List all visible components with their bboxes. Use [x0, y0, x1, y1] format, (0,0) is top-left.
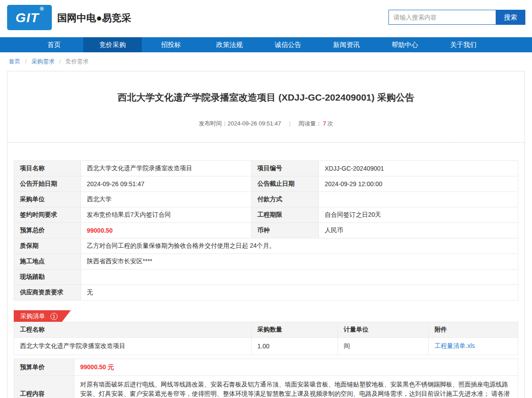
- field-label: 公告截止日期: [252, 176, 319, 192]
- publish-time-label: 发布时间：: [199, 120, 228, 127]
- views-label: 阅读量：: [299, 120, 322, 127]
- field-value: 陕西省西安市长安区****: [81, 254, 518, 269]
- column-header: 附件: [429, 322, 518, 338]
- purchase-list-label: 采购清单: [20, 312, 45, 320]
- table-row: 项目名称 西北大学文化遗产学院录播室改造项目 项目编号 XDJJ-GC-2024…: [14, 161, 518, 176]
- meta-separator: |: [289, 120, 291, 127]
- attachment-link[interactable]: 工程量清单.xls: [435, 342, 475, 349]
- purchase-list-ribbon: 采购清单 1: [14, 310, 71, 322]
- table-row: 工程内容 对原有墙面破坏后进行电线、网线等线路改装、安装石膏板及铝方通吊顶、墙面…: [14, 376, 518, 398]
- table-row: 采购单位 西北大学 付款方式: [14, 192, 518, 207]
- search-bar: 搜索: [388, 10, 525, 25]
- field-value: [81, 269, 518, 285]
- field-value: 西北大学: [81, 192, 252, 207]
- page-header: GIT® 国网中电●易竞采 搜索: [0, 0, 532, 37]
- breadcrumb-separator: /: [25, 58, 27, 65]
- publish-time-value: 2024-09-26 09:51:47: [228, 120, 281, 127]
- breadcrumb-home[interactable]: 首页: [9, 58, 20, 65]
- views-count: 7: [323, 120, 326, 127]
- nav-item-about-us[interactable]: 关于我们: [434, 37, 493, 52]
- column-header: 工程名称: [14, 322, 252, 338]
- nav-item-tendering[interactable]: 招投标: [142, 37, 200, 52]
- views-unit: 次: [327, 120, 333, 127]
- field-value: [319, 192, 518, 207]
- search-button[interactable]: 搜索: [496, 10, 525, 25]
- attachment-cell: 工程量清单.xls: [429, 338, 518, 355]
- field-label: 现场踏勘: [14, 269, 81, 285]
- field-value: 2024-09-29 12:00:00: [319, 176, 518, 192]
- project-content-value: 对原有墙面破坏后进行电线、网线等线路改装、安装石膏板及铝方通吊顶、墙面安装吸音板…: [74, 376, 518, 398]
- field-label: 付款方式: [252, 192, 319, 207]
- field-value: 无: [81, 285, 518, 300]
- announcement-card: 西北大学文化遗产学院录播室改造项目 (XDJJ-GC-202409001) 采购…: [7, 71, 525, 398]
- purchase-list-count-badge: 1: [50, 313, 58, 320]
- unit-price-value: 99000.50 元: [74, 359, 518, 376]
- column-header: 计量单位: [338, 322, 429, 338]
- table-row: 签约时间要求 发布竞价结果后7天内签订合同 工程期限 自合同签订之日20天: [14, 207, 518, 223]
- nav-item-bidding-purchase[interactable]: 竞价采购: [83, 37, 142, 52]
- table-row: 施工地点 陕西省西安市长安区****: [14, 254, 518, 269]
- field-label: 工程内容: [14, 376, 74, 398]
- field-label: 供应商资质要求: [14, 285, 81, 300]
- table-row: 西北大学文化遗产学院录播室改造项目 1.00 间 工程量清单.xls: [14, 338, 518, 355]
- quantity-cell: 1.00: [252, 338, 338, 355]
- field-label: 项目编号: [252, 161, 319, 176]
- nav-item-policies[interactable]: 政策法规: [200, 37, 259, 52]
- field-label: 公告开始日期: [14, 176, 81, 192]
- announcement-meta: 发布时间：2024-09-26 09:51:47|阅读量：7次: [8, 120, 524, 143]
- field-label: 签约时间要求: [14, 207, 81, 223]
- field-value: 人民币: [319, 223, 518, 238]
- field-label: 施工地点: [14, 254, 81, 269]
- field-value: 发布竞价结果后7天内签订合同: [81, 207, 252, 223]
- breadcrumb-purchase-demand[interactable]: 采购需求: [31, 58, 54, 65]
- field-label: 采购单位: [14, 192, 81, 207]
- nav-item-help-center[interactable]: 帮助中心: [376, 37, 434, 52]
- breadcrumb-current: 竞价需求: [66, 58, 89, 65]
- field-label: 币种: [252, 223, 319, 238]
- field-label: 项目名称: [14, 161, 81, 176]
- table-row: 现场踏勘: [14, 269, 518, 285]
- table-header-row: 工程名称 采购数量 计量单位 附件: [14, 322, 518, 338]
- project-info-table: 项目名称 西北大学文化遗产学院录播室改造项目 项目编号 XDJJ-GC-2024…: [14, 160, 518, 300]
- field-label: 质保期: [14, 238, 81, 254]
- field-value: 2024-09-26 09:51:47: [81, 176, 252, 192]
- table-row: 公告开始日期 2024-09-26 09:51:47 公告截止日期 2024-0…: [14, 176, 518, 192]
- table-row: 质保期 乙方对合同工程的质量保修期为验收合格并交付使用之日起 24个月。: [14, 238, 518, 254]
- table-row: 预算总价 99000.50 币种 人民币: [14, 223, 518, 238]
- nav-item-news[interactable]: 新闻资讯: [317, 37, 376, 52]
- field-value: XDJJ-GC-202409001: [319, 161, 518, 176]
- registered-mark: ®: [40, 6, 44, 12]
- page-title: 西北大学文化遗产学院录播室改造项目 (XDJJ-GC-202409001) 采购…: [8, 91, 524, 104]
- nav-item-integrity-notice[interactable]: 诚信公告: [259, 37, 317, 52]
- site-logo[interactable]: GIT®: [7, 5, 52, 30]
- field-value: 西北大学文化遗产学院录播室改造项目: [81, 161, 252, 176]
- field-value: 乙方对合同工程的质量保修期为验收合格并交付使用之日起 24个月。: [81, 238, 518, 254]
- column-header: 采购数量: [252, 322, 338, 338]
- field-label: 工程期限: [252, 207, 319, 223]
- field-label: 预算单价: [14, 359, 74, 376]
- purchase-list-table: 工程名称 采购数量 计量单位 附件 西北大学文化遗产学院录播室改造项目 1.00…: [14, 322, 518, 355]
- budget-total-value: 99000.50: [81, 223, 252, 238]
- main-nav: 首页 竞价采购 招投标 政策法规 诚信公告 新闻资讯 帮助中心 关于我们: [0, 37, 532, 52]
- table-row: 预算单价 99000.50 元: [14, 359, 518, 376]
- unit-cell: 间: [338, 338, 429, 355]
- field-value: 自合同签订之日20天: [319, 207, 518, 223]
- search-input[interactable]: [388, 10, 496, 25]
- breadcrumb: 首页 / 采购需求 / 竞价需求: [0, 52, 532, 69]
- detail-table: 预算单价 99000.50 元 工程内容 对原有墙面破坏后进行电线、网线等线路改…: [14, 359, 518, 398]
- logo-text: GIT®: [16, 10, 43, 25]
- nav-item-home[interactable]: 首页: [25, 37, 83, 52]
- site-name: 国网中电●易竞采: [57, 12, 131, 25]
- field-label: 预算总价: [14, 223, 81, 238]
- table-row: 供应商资质要求 无: [14, 285, 518, 300]
- project-name-cell: 西北大学文化遗产学院录播室改造项目: [14, 338, 252, 355]
- breadcrumb-separator: /: [59, 58, 61, 65]
